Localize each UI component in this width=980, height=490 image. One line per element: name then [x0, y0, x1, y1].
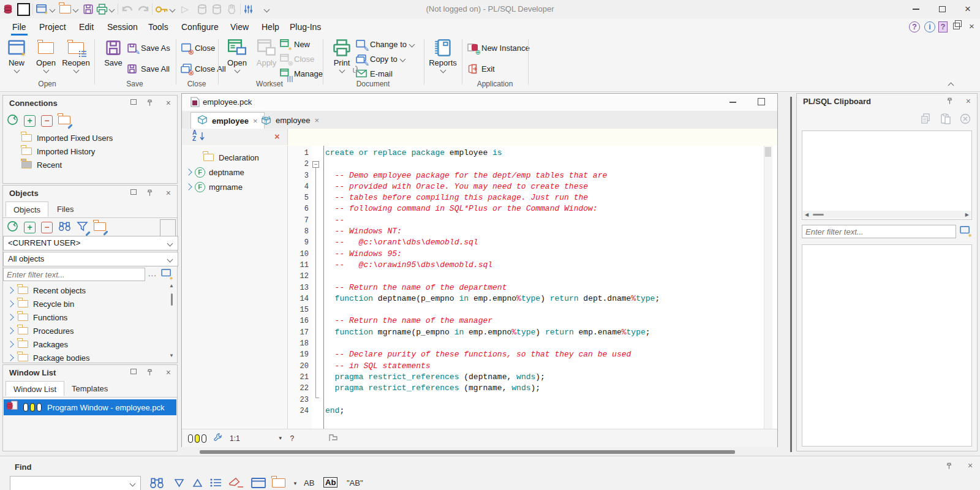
ribbon-reports-button[interactable]: Reports	[428, 38, 458, 78]
code-line[interactable]: pragma restrict_references (deptname, wn…	[325, 372, 763, 383]
clipboard-splitter[interactable]	[790, 97, 792, 452]
clipboard-new-filter-icon[interactable]: ✶	[960, 226, 971, 237]
help-book-icon[interactable]: ?	[938, 21, 948, 32]
find-scope-dropdown-arrow[interactable]: ▼	[293, 481, 298, 486]
status-dropdown-arrow[interactable]: ▼	[278, 435, 283, 441]
objects-maximize-icon[interactable]	[130, 189, 137, 195]
window-list-selected-item[interactable]: Program Window - employee.pck	[4, 399, 176, 415]
objects-tree-recycle-bin[interactable]: Recycle bin	[8, 297, 74, 311]
find-eraser-icon[interactable]	[229, 477, 244, 490]
find-previous-icon[interactable]	[192, 478, 203, 489]
code-line[interactable]: -- @c:\orawin95\dbs\demobld.sql	[325, 260, 763, 271]
objects-tab-files[interactable]: Files	[50, 202, 81, 217]
code-line[interactable]	[325, 394, 763, 405]
find-search-combobox[interactable]	[10, 476, 141, 490]
workspace-hscrollbar[interactable]	[200, 450, 735, 454]
window-list-pin-icon[interactable]	[146, 369, 154, 377]
restore-icon[interactable]	[953, 23, 960, 29]
code-line[interactable]: -- Return the name of the department	[325, 282, 763, 293]
code-line[interactable]: create or replace package employee is	[325, 148, 763, 159]
find-match-case-toggle[interactable]: Ab	[323, 477, 337, 488]
code-line[interactable]: function deptname(p_empno in emp.empno%t…	[325, 293, 763, 304]
clipboard-close-icon[interactable]: ×	[966, 97, 971, 105]
minimize-button[interactable]	[911, 2, 920, 16]
code-line[interactable]: -- Return the name of the manager	[325, 315, 763, 326]
objects-remove-icon[interactable]: −	[41, 222, 53, 233]
code-line[interactable]: -- tables before compiling this package.…	[325, 192, 763, 203]
code-line[interactable]: end;	[325, 405, 763, 417]
objects-tree-packages[interactable]: Packages	[8, 337, 68, 351]
menu-help[interactable]: Help	[262, 22, 279, 32]
code-line[interactable]	[325, 159, 763, 170]
window-list-close-icon[interactable]: ×	[166, 369, 171, 377]
editor-tab-spec[interactable]: employee ×	[190, 112, 265, 129]
editor-minimize-icon[interactable]	[729, 102, 736, 103]
objects-new-filter-icon[interactable]: ✶	[161, 269, 172, 280]
ribbon-open-button[interactable]: Open	[31, 38, 61, 78]
help-question-icon[interactable]: ?	[909, 21, 920, 32]
find-match-any-toggle[interactable]: AB	[304, 478, 314, 488]
code-line[interactable]: -- Declare purity of these functions, so…	[325, 349, 763, 360]
connections-refresh-icon[interactable]	[7, 114, 18, 127]
objects-filter-icon[interactable]	[77, 221, 88, 233]
code-line[interactable]	[325, 338, 763, 349]
objects-tree-recent-objects[interactable]: Recent objects	[8, 284, 86, 297]
ribbon-save-button[interactable]: Save	[98, 38, 129, 78]
menu-file[interactable]: File	[12, 22, 26, 32]
window-list-tab-window-list[interactable]: Window List	[6, 381, 64, 396]
objects-close-icon[interactable]: ×	[166, 189, 171, 197]
clear-tree-icon[interactable]: ×	[274, 131, 280, 141]
editor-vscrollbar[interactable]	[764, 146, 772, 429]
scroll-right-arrow[interactable]: ▶	[965, 213, 969, 217]
editor-maximize-icon[interactable]	[758, 98, 765, 105]
objects-filter-input[interactable]	[3, 268, 145, 281]
ribbon-close-all-button[interactable]: ⊗ Close All	[180, 62, 226, 75]
objects-tree-scrollbar[interactable]: ▲ ▼	[167, 282, 176, 362]
menu-session[interactable]: Session	[107, 22, 138, 32]
objects-tree-package-bodies[interactable]: Package bodies	[8, 351, 90, 364]
ribbon-workset-open-button[interactable]: Open	[222, 38, 252, 78]
tree-item-declaration[interactable]: Declaration	[203, 151, 259, 164]
code-line[interactable]: function mgrname(p_empno in emp.empno%ty…	[325, 327, 763, 338]
connections-configure-folder-icon[interactable]	[58, 116, 70, 126]
objects-schema-dropdown[interactable]: <CURRENT USER>	[3, 236, 178, 251]
window-list-maximize-icon[interactable]	[130, 369, 137, 374]
scroll-thumb[interactable]	[813, 214, 824, 216]
code-line[interactable]: pragma restrict_references (mgrname, wnd…	[325, 383, 763, 394]
ribbon-workset-new-button[interactable]: ✶ New	[279, 38, 310, 50]
connections-item-imported-history[interactable]: Imported History	[21, 145, 95, 158]
scroll-up-arrow[interactable]: ▲	[169, 284, 174, 288]
objects-color-swatch[interactable]	[160, 219, 176, 236]
find-whole-word-toggle[interactable]: "AB"	[347, 478, 363, 488]
menu-tools[interactable]: Tools	[148, 22, 168, 32]
menu-view[interactable]: View	[230, 22, 249, 32]
code-line[interactable]	[325, 271, 763, 282]
find-pin-icon[interactable]	[945, 462, 953, 472]
find-next-icon[interactable]	[174, 478, 184, 489]
objects-more-button[interactable]: ...	[148, 269, 157, 278]
code-line[interactable]: --	[325, 215, 763, 226]
ribbon-change-to-button[interactable]: ✎ Change to	[355, 38, 414, 50]
objects-filter-dropdown[interactable]: All objects	[3, 252, 178, 266]
close-button[interactable]: ×	[963, 2, 973, 16]
code-line[interactable]: -- Demo employee package for the dept/em…	[325, 170, 763, 181]
menu-plugins[interactable]: Plug-Ins	[290, 22, 321, 32]
code-line[interactable]: -- provided with Oracle. You may need to…	[325, 181, 763, 192]
clipboard-filter-input[interactable]	[802, 225, 956, 238]
connections-close-icon[interactable]: ×	[166, 99, 171, 107]
sort-az-icon[interactable]: AZ	[192, 130, 197, 142]
ribbon-new-button[interactable]: ✶ New	[1, 38, 32, 78]
objects-tree-procedures[interactable]: Procedures	[8, 324, 74, 337]
tree-item-deptname[interactable]: Fdeptname	[186, 165, 244, 179]
connections-add-icon[interactable]: +	[24, 115, 36, 127]
find-list-icon[interactable]	[209, 478, 222, 489]
ribbon-collapse-chevron[interactable]	[948, 83, 954, 89]
menu-project[interactable]: Project	[39, 22, 66, 32]
ribbon-workset-manage-button[interactable]: Manage	[279, 67, 323, 80]
find-window-scope-icon[interactable]	[251, 478, 266, 490]
window-list-tab-templates[interactable]: Templates	[64, 381, 115, 396]
scroll-down-arrow[interactable]: ▼	[169, 353, 174, 358]
tree-item-mgrname[interactable]: Fmgrname	[186, 180, 243, 194]
scroll-thumb[interactable]	[765, 147, 771, 157]
code-line[interactable]: -- Windows 95:	[325, 249, 763, 260]
